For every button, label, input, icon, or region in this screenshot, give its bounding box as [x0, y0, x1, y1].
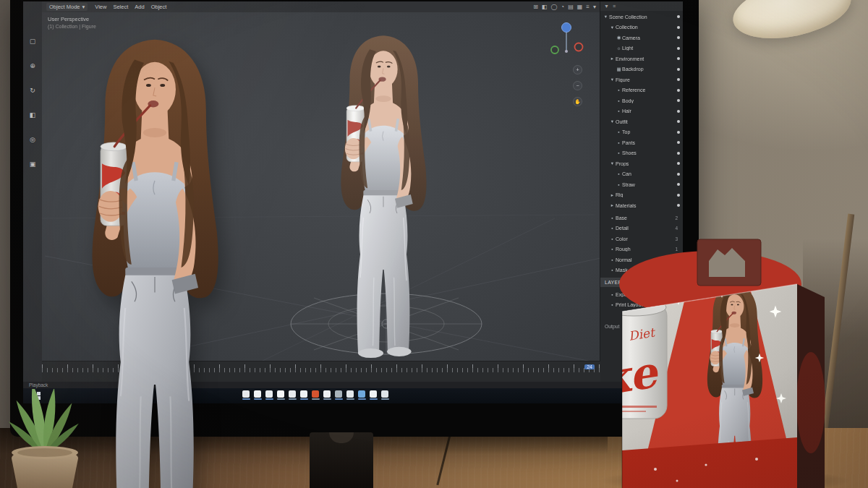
chevron-down-icon: ▾ — [82, 4, 85, 10]
current-frame-badge[interactable]: 24 — [584, 364, 595, 369]
outliner-row[interactable]: ▾ Figure — [600, 74, 683, 85]
visibility-eye-icon[interactable] — [677, 15, 680, 18]
header-icon[interactable]: ◧ — [542, 4, 548, 10]
visibility-eye-icon[interactable] — [677, 99, 680, 102]
outliner-row[interactable]: ☼ Light — [600, 43, 683, 54]
visibility-eye-icon[interactable] — [677, 26, 680, 29]
menu-item[interactable]: View — [95, 4, 106, 10]
outliner-row[interactable]: ◉ Camera — [600, 33, 683, 43]
visibility-eye-icon[interactable] — [677, 89, 680, 92]
visibility-eye-icon[interactable] — [677, 78, 680, 81]
app-icon[interactable] — [277, 390, 284, 398]
nav-button-icon[interactable]: + — [573, 65, 582, 74]
taskbar-app[interactable] — [299, 390, 308, 400]
app-icon[interactable] — [265, 390, 273, 398]
visibility-eye-icon[interactable] — [677, 47, 680, 50]
outliner-row[interactable]: ▪ Straw — [600, 179, 683, 190]
outliner-filter-icon[interactable]: ≡ — [613, 4, 616, 9]
outliner-row[interactable]: ▪ Pants — [600, 137, 683, 148]
header-icon[interactable]: ≡ — [586, 4, 590, 10]
app-icon[interactable] — [358, 390, 365, 398]
taskbar-app[interactable] — [276, 390, 285, 400]
outliner-filter-icon[interactable]: ▼ — [604, 4, 609, 9]
tool-icon[interactable]: ◎ — [30, 136, 35, 143]
app-icon[interactable] — [370, 390, 377, 398]
outliner-row[interactable]: ▪ Base 2 — [600, 213, 683, 223]
outliner-row[interactable]: ▸ Rig — [600, 190, 683, 201]
app-icon[interactable] — [346, 390, 354, 398]
outliner-tree: ▾ Scene Collection ▾ Collection ◉ Camera — [600, 12, 683, 211]
taskbar-app[interactable] — [253, 390, 262, 400]
app-icon[interactable] — [323, 390, 331, 398]
outliner-row[interactable]: ▪ Hair — [600, 106, 683, 117]
taskbar-app[interactable] — [346, 390, 354, 400]
taskbar-app[interactable] — [334, 390, 343, 400]
menu-item[interactable]: Add — [135, 4, 144, 10]
axis-gizmo[interactable] — [546, 20, 587, 60]
3d-model-woman[interactable] — [326, 30, 441, 370]
app-icon[interactable] — [242, 390, 250, 398]
header-icon[interactable]: ◔ — [561, 4, 564, 10]
object-type-icon: ☼ — [616, 46, 622, 51]
app-icon[interactable] — [381, 390, 388, 398]
taskbar-app[interactable] — [242, 390, 250, 400]
menu-item[interactable]: Select — [113, 4, 128, 10]
taskbar-app[interactable] — [265, 390, 273, 400]
object-type-icon: ▾ — [609, 77, 616, 82]
tool-icon[interactable]: ↻ — [30, 87, 35, 94]
visibility-eye-icon[interactable] — [677, 183, 680, 186]
outliner-row[interactable]: ▾ Collection — [600, 22, 683, 33]
outliner-row[interactable]: ▾ Scene Collection — [600, 12, 683, 22]
outliner-row[interactable]: ▸ Environment — [600, 53, 683, 64]
visibility-eye-icon[interactable] — [677, 120, 680, 123]
nav-button-icon[interactable]: ✋ — [573, 97, 582, 106]
visibility-eye-icon[interactable] — [677, 141, 680, 144]
tool-icon[interactable]: ⊕ — [30, 62, 35, 69]
visibility-eye-icon[interactable] — [677, 194, 680, 197]
visibility-eye-icon[interactable] — [677, 57, 680, 60]
outliner-row[interactable]: ▾ Props — [600, 158, 683, 169]
visibility-eye-icon[interactable] — [677, 162, 680, 165]
outliner-row[interactable]: ▪ Can — [600, 169, 683, 180]
app-icon[interactable] — [300, 390, 307, 398]
tool-icon[interactable]: ▣ — [30, 160, 36, 168]
outliner-row[interactable]: ▦ Backdrop — [600, 64, 683, 75]
visibility-eye-icon[interactable] — [677, 131, 680, 134]
visibility-eye-icon[interactable] — [677, 68, 680, 71]
outliner-row[interactable]: ▪ Detail 4 — [600, 223, 683, 234]
outliner-row[interactable]: ▪ Reference — [600, 85, 683, 96]
mode-dropdown[interactable]: Object Mode ▾ — [46, 3, 88, 11]
tool-icon[interactable]: ◧ — [30, 111, 36, 119]
header-icon[interactable]: ▤ — [568, 4, 574, 10]
visibility-eye-icon[interactable] — [677, 110, 680, 113]
object-type-icon: ▾ — [609, 25, 616, 30]
app-label — [312, 398, 320, 400]
visibility-eye-icon[interactable] — [677, 152, 680, 155]
outliner-row[interactable]: ▪ Top — [600, 127, 683, 138]
outliner-row[interactable]: ▾ Outfit — [600, 116, 683, 127]
header-icon[interactable]: ▦ — [577, 4, 583, 10]
taskbar-app[interactable] — [369, 390, 378, 400]
visibility-eye-icon[interactable] — [677, 36, 680, 39]
taskbar-app[interactable] — [357, 390, 366, 400]
header-icon[interactable]: ◯ — [550, 4, 557, 10]
header-icon[interactable]: ▾ — [593, 4, 596, 10]
nav-button-icon[interactable]: − — [573, 81, 582, 90]
taskbar-app[interactable] — [380, 390, 389, 400]
visibility-eye-icon[interactable] — [677, 173, 680, 176]
header-icon[interactable]: ⊞ — [533, 4, 538, 10]
app-icon[interactable] — [254, 390, 261, 398]
app-icon[interactable] — [335, 390, 342, 398]
app-icon[interactable] — [312, 390, 319, 398]
menu-item[interactable]: Object — [151, 4, 167, 10]
outliner-row[interactable]: ▪ Shoes — [600, 148, 683, 159]
outliner-row[interactable]: ▪ Body — [600, 95, 683, 106]
object-label: Props — [616, 161, 677, 166]
outliner-row[interactable]: ▸ Materials — [600, 200, 683, 211]
tool-icon[interactable]: ▢ — [30, 38, 36, 45]
taskbar-app[interactable] — [323, 390, 331, 400]
taskbar-app[interactable] — [288, 390, 297, 400]
taskbar-app[interactable] — [311, 390, 320, 400]
visibility-eye-icon[interactable] — [677, 204, 680, 207]
app-icon[interactable] — [289, 390, 296, 398]
